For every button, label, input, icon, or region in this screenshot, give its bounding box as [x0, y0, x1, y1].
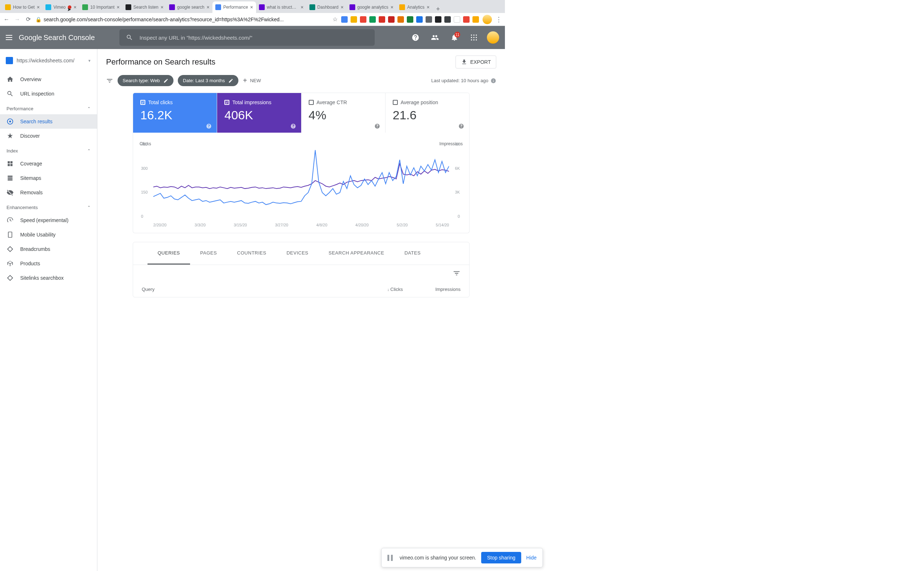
star-icon[interactable]: ☆ — [332, 16, 338, 23]
close-icon[interactable]: × — [37, 4, 40, 10]
browser-tab[interactable]: Performance× — [212, 2, 256, 13]
tab-title: Dashboard — [317, 5, 338, 10]
users-icon[interactable] — [428, 31, 442, 44]
close-icon[interactable]: × — [391, 4, 394, 10]
browser-tab[interactable]: what is structured× — [256, 2, 307, 13]
filter-chip-searchtype[interactable]: Search type: Web — [117, 75, 173, 86]
filter-icon[interactable] — [106, 77, 113, 84]
table-tab[interactable]: QUERIES — [147, 242, 190, 265]
sidebar-item[interactable]: Discover — [0, 129, 97, 143]
table-tab[interactable]: DATES — [394, 242, 431, 265]
ext-icon[interactable] — [444, 16, 451, 23]
ext-icon[interactable] — [379, 16, 385, 23]
sidebar-item[interactable]: Sitelinks searchbox — [0, 271, 97, 285]
sidebar-item[interactable]: Sitemaps — [0, 171, 97, 185]
sidebar-item[interactable]: Mobile Usability — [0, 227, 97, 242]
table-filter-icon[interactable] — [453, 269, 460, 277]
close-icon[interactable]: × — [161, 4, 163, 10]
col-impressions[interactable]: Impressions — [403, 287, 460, 292]
apps-icon[interactable] — [467, 31, 481, 44]
close-icon[interactable]: × — [250, 4, 253, 10]
notifications-icon[interactable]: 11 — [448, 31, 461, 44]
sidebar-item-url-inspection[interactable]: URL inspection — [0, 86, 97, 101]
sidebar-item[interactable]: Coverage — [0, 156, 97, 171]
browser-tab[interactable]: Search listen× — [123, 2, 167, 13]
browser-tab[interactable]: google search× — [166, 2, 212, 13]
sidebar-item-overview[interactable]: Overview — [0, 72, 97, 86]
ext-icon[interactable] — [416, 16, 423, 23]
browser-tab[interactable]: How to Get× — [2, 2, 43, 13]
browser-tab[interactable]: Vimeo× — [43, 2, 79, 13]
metric-card[interactable]: Average CTR4% — [301, 93, 386, 133]
tab-title: Search listen — [133, 5, 158, 10]
browser-tab[interactable]: Analytics× — [396, 2, 433, 13]
sidebar-item[interactable]: Removals — [0, 185, 97, 200]
ext-icon[interactable] — [463, 16, 470, 23]
sidebar-item[interactable]: Breadcrumbs — [0, 242, 97, 256]
ext-icon[interactable] — [473, 16, 479, 23]
col-clicks[interactable]: ↓ Clicks — [345, 287, 403, 292]
table-tab[interactable]: DEVICES — [276, 242, 318, 265]
table-tab[interactable]: SEARCH APPEARANCE — [318, 242, 394, 265]
ext-icon[interactable] — [435, 16, 442, 23]
profile-avatar[interactable] — [482, 15, 492, 24]
reload-button[interactable]: ⟳ — [25, 16, 32, 23]
ext-icon[interactable] — [407, 16, 413, 23]
export-button[interactable]: EXPORT — [456, 56, 496, 68]
close-icon[interactable]: × — [341, 4, 344, 10]
help-icon[interactable] — [290, 123, 296, 129]
sidebar-item[interactable]: Search results — [0, 114, 97, 129]
back-button[interactable]: ← — [3, 16, 10, 23]
filter-chip-date[interactable]: Date: Last 3 months — [178, 75, 238, 86]
url-inspect-input[interactable] — [139, 35, 368, 41]
extensions — [341, 16, 479, 23]
help-icon[interactable] — [206, 123, 212, 129]
browser-tab[interactable]: Dashboard× — [307, 2, 346, 13]
ext-icon[interactable] — [341, 16, 348, 23]
property-selector[interactable]: https://wickedsheets.com/ ▼ — [0, 53, 97, 68]
close-icon[interactable]: × — [207, 4, 210, 10]
sidebar-item[interactable]: Products — [0, 256, 97, 271]
ext-icon[interactable] — [397, 16, 404, 23]
stop-sharing-button[interactable]: Stop sharing — [481, 552, 505, 563]
ext-icon[interactable] — [369, 16, 376, 23]
sidebar-group[interactable]: Enhancements⌃ — [0, 200, 97, 213]
sidebar-item[interactable]: Speed (experimental) — [0, 213, 97, 227]
help-icon[interactable] — [409, 31, 422, 44]
add-filter-button[interactable]: + NEW — [243, 76, 261, 85]
sidebar-group[interactable]: Performance⌃ — [0, 101, 97, 114]
help-icon[interactable] — [374, 123, 380, 129]
ext-icon[interactable] — [426, 16, 432, 23]
ext-icon[interactable] — [454, 16, 460, 23]
metric-card[interactable]: Total clicks16.2K — [133, 93, 217, 133]
screen-share-bar: ▌▌ vimeo.com is sharing your screen. Sto… — [381, 548, 505, 567]
new-tab-button[interactable]: + — [433, 5, 443, 13]
browser-tab[interactable]: google analytics× — [346, 2, 396, 13]
close-icon[interactable]: × — [74, 4, 76, 10]
x-axis: 2/20/203/3/203/15/203/27/204/8/204/20/20… — [153, 223, 449, 227]
tab-title: Analytics — [407, 5, 425, 10]
close-icon[interactable]: × — [426, 4, 430, 10]
url-inspect-search[interactable] — [119, 29, 375, 46]
ext-icon[interactable] — [351, 16, 357, 23]
menu-icon[interactable] — [6, 35, 12, 40]
account-avatar[interactable] — [487, 31, 499, 44]
info-icon[interactable] — [490, 78, 496, 83]
table-tab[interactable]: COUNTRIES — [227, 242, 276, 265]
ext-icon[interactable] — [388, 16, 394, 23]
close-icon[interactable]: × — [301, 4, 304, 10]
metric-card[interactable]: Total impressions406K — [217, 93, 301, 133]
browser-menu-icon[interactable]: ⋮ — [496, 15, 502, 23]
forward-button[interactable]: → — [14, 16, 21, 23]
sidebar-group[interactable]: Index⌃ — [0, 143, 97, 156]
table-tab[interactable]: PAGES — [190, 242, 227, 265]
metric-card[interactable]: Average position21.6 — [386, 93, 469, 133]
help-icon[interactable] — [458, 123, 464, 129]
favicon-icon — [349, 4, 355, 10]
chart-plot[interactable]: 015030045003K6K9K — [153, 148, 449, 221]
ext-icon[interactable] — [360, 16, 366, 23]
browser-tab[interactable]: 10 Important× — [79, 2, 123, 13]
close-icon[interactable]: × — [117, 4, 120, 10]
col-query[interactable]: Query — [142, 287, 345, 292]
url-field[interactable]: 🔒 search.google.com/search-console/perfo… — [36, 17, 329, 22]
